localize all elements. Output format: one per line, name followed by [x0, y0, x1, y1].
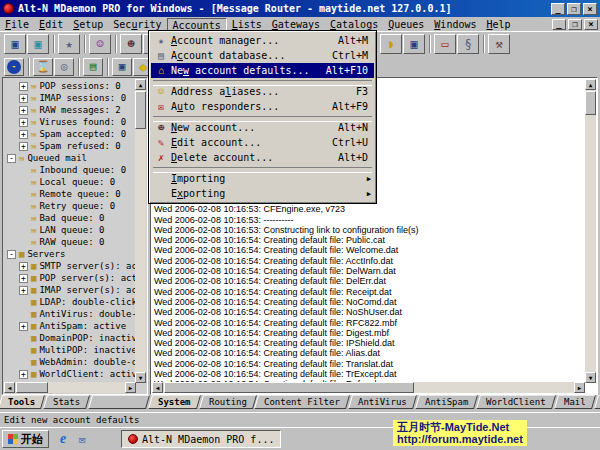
tree-item[interactable]: +✉Viruses found: 0	[4, 116, 135, 128]
tree-item[interactable]: ▦MultiPOP: inactive	[4, 344, 135, 356]
collapse-toggle[interactable]: -	[7, 154, 16, 163]
menu-item-account-manager[interactable]: ★ Account manager... Alt+M	[151, 33, 374, 48]
child-close-button[interactable]: ×	[584, 19, 598, 30]
scroll-thumb[interactable]	[585, 91, 596, 115]
menu-catalogs[interactable]: Catalogs	[325, 18, 383, 31]
find-button[interactable]: ◎	[54, 58, 74, 76]
attachment-button[interactable]: §	[457, 34, 479, 54]
tree-item[interactable]: +▦IMAP server(s): acti	[4, 284, 135, 296]
tree-item[interactable]: ▦LDAP: double-click t	[4, 296, 135, 308]
menu-item-edit-account[interactable]: ✎ Edit account... Ctrl+U	[151, 135, 374, 150]
menu-item-new-account-defaults[interactable]: ⌂ New account defaults... Alt+F10	[151, 63, 374, 78]
remote-server-button[interactable]: ▣	[27, 34, 49, 54]
tree-item[interactable]: +▦SMTP server(s): acti	[4, 260, 135, 272]
expand-toggle[interactable]: +	[19, 274, 28, 283]
menu-edit[interactable]: Edit	[34, 18, 68, 31]
scroll-left-arrow[interactable]: ◀	[152, 382, 163, 393]
close-button[interactable]: ×	[583, 3, 597, 15]
menu-gateways[interactable]: Gateways	[267, 18, 325, 31]
scroll-thumb[interactable]	[164, 382, 414, 393]
tree-horizontal-scrollbar[interactable]: ◀ ▶	[4, 382, 136, 393]
log-horizontal-scrollbar[interactable]: ◀ ▶	[152, 382, 585, 393]
shell-button[interactable]: ◗	[380, 34, 402, 54]
tools-button[interactable]: ⚒	[488, 34, 510, 54]
tree-vertical-scrollbar[interactable]: ▲ ▼	[135, 79, 146, 383]
menu-item-new-account[interactable]: ☻ New account... Alt+N	[151, 120, 374, 135]
tree-item[interactable]: ✉Retry queue: 0	[4, 200, 135, 212]
sessions-button[interactable]: ▣	[112, 58, 132, 76]
scroll-right-arrow[interactable]: ▶	[125, 382, 136, 393]
tab-tools[interactable]: Tools	[0, 395, 45, 409]
expand-toggle[interactable]: +	[19, 106, 28, 115]
new-account-button[interactable]: ☻	[120, 34, 142, 54]
menu-help[interactable]: Help	[481, 18, 515, 31]
menu-item-account-database[interactable]: ▤ Account database... Ctrl+M	[151, 48, 374, 63]
scroll-up-arrow[interactable]: ▲	[585, 79, 596, 90]
tab-stats[interactable]: Stats	[43, 395, 90, 409]
scroll-left-arrow[interactable]: ◀	[4, 382, 15, 393]
security-button[interactable]: -	[4, 58, 24, 76]
expand-toggle[interactable]: +	[19, 370, 28, 379]
menu-item-importing[interactable]: Importing ▶	[151, 171, 374, 186]
tree-item[interactable]: ✉Bad queue: 0	[4, 212, 135, 224]
tab-worldclient[interactable]: WorldClient	[476, 395, 556, 409]
expand-toggle[interactable]: +	[19, 118, 28, 127]
wizard-button[interactable]: ★	[58, 34, 80, 54]
tree-item[interactable]: +✉RAW messages: 2	[4, 104, 135, 116]
expand-toggle[interactable]: +	[19, 286, 28, 295]
menu-queues[interactable]: Queues	[383, 18, 429, 31]
mail-server-button[interactable]: ▣	[4, 34, 26, 54]
menu-item-delete-account[interactable]: ✗ Delete account... Alt+D	[151, 150, 374, 165]
tree-item[interactable]: +▦WorldClient: active	[4, 368, 135, 380]
expand-toggle[interactable]: +	[19, 142, 28, 151]
stop-queue-button[interactable]: ⌛	[33, 58, 53, 76]
message-router-button[interactable]: ▭	[434, 34, 456, 54]
tree-item-servers[interactable]: -▦Servers	[4, 248, 135, 260]
tree-item[interactable]: +✉Spam accepted: 0	[4, 128, 135, 140]
tree-item[interactable]: ✉LAN queue: 0	[4, 224, 135, 236]
tab-system[interactable]: System	[148, 395, 201, 409]
task-button-mdaemon[interactable]: Alt-N MDaemon PRO f...	[121, 430, 281, 448]
expand-toggle[interactable]: +	[19, 130, 28, 139]
tree-item[interactable]: ✉Remote queue: 0	[4, 188, 135, 200]
expand-toggle[interactable]: +	[19, 94, 28, 103]
menu-file[interactable]: File	[0, 18, 34, 31]
tab-antivirus[interactable]: AntiVirus	[348, 395, 417, 409]
minimize-button[interactable]: _	[551, 3, 565, 15]
menu-windows[interactable]: Windows	[429, 18, 481, 31]
tree-item[interactable]: +▦POP server(s): activ	[4, 272, 135, 284]
quicklaunch-ie-button[interactable]: e	[55, 431, 71, 447]
scroll-right-arrow[interactable]: ▶	[574, 382, 585, 393]
tab-antispam[interactable]: AntiSpam	[415, 395, 478, 409]
menu-lists[interactable]: Lists	[227, 18, 267, 31]
restore-button[interactable]: ❐	[567, 3, 581, 15]
tree-item[interactable]: +✉IMAP sessions: 0	[4, 92, 135, 104]
tree-item[interactable]: +✉POP sessions: 0	[4, 80, 135, 92]
tree-item-queued-mail[interactable]: -✉Queued mail	[4, 152, 135, 164]
scroll-thumb[interactable]	[135, 91, 146, 129]
expand-toggle[interactable]: +	[19, 262, 28, 271]
scroll-up-arrow[interactable]: ▲	[135, 79, 146, 90]
tab-mail[interactable]: Mail	[554, 395, 596, 409]
child-minimize-button[interactable]: _	[552, 19, 566, 30]
quicklaunch-mail-button[interactable]: ✉	[74, 431, 90, 447]
tree-item[interactable]: ✉Inbound queue: 0	[4, 164, 135, 176]
tree-item[interactable]: ✉RAW queue: 0	[4, 236, 135, 248]
tree-item[interactable]: +✉Spam refused: 0	[4, 140, 135, 152]
tree-item[interactable]: +▦AntiSpam: active	[4, 320, 135, 332]
menu-accounts[interactable]: Accounts	[167, 18, 227, 31]
menu-item-address-aliases[interactable]: ☺ Address aliases... F3	[151, 84, 374, 99]
scroll-thumb[interactable]	[16, 382, 48, 393]
expand-toggle[interactable]: +	[19, 322, 28, 331]
start-button[interactable]: 开始	[2, 430, 49, 448]
tab-routing[interactable]: Routing	[199, 395, 257, 409]
tree-item[interactable]: ▦AntiVirus: double-cl	[4, 308, 135, 320]
menu-item-auto-responders[interactable]: ✉ Auto responders... Alt+F9	[151, 99, 374, 114]
scroll-down-arrow[interactable]: ▼	[585, 372, 596, 383]
expand-toggle[interactable]: +	[19, 82, 28, 91]
scroll-down-arrow[interactable]: ▼	[135, 372, 146, 383]
menu-item-exporting[interactable]: Exporting ▶	[151, 186, 374, 201]
menu-security[interactable]: Security	[108, 18, 166, 31]
tree-item[interactable]: ✉Local queue: 0	[4, 176, 135, 188]
menu-setup[interactable]: Setup	[68, 18, 108, 31]
